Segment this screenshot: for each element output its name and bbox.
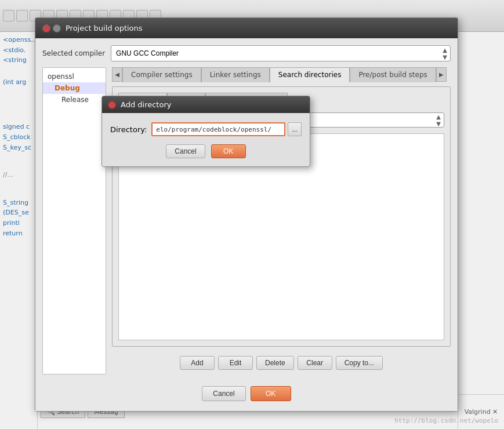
project-tree: openssl Debug Release bbox=[42, 67, 106, 375]
add-dir-close-button[interactable] bbox=[108, 101, 116, 109]
tab-compiler-settings[interactable]: Compiler settings bbox=[122, 67, 201, 82]
code-item: S_string bbox=[3, 198, 34, 208]
compiler-select[interactable]: GNU GCC Compiler bbox=[111, 45, 451, 61]
code-item: return bbox=[3, 228, 34, 239]
dialog-titlebar: Project build options bbox=[35, 18, 458, 38]
tab-search-directories[interactable]: Search directories bbox=[270, 67, 350, 82]
add-dir-ok-button[interactable]: OK bbox=[211, 144, 246, 158]
edit-button[interactable]: Edit bbox=[218, 356, 253, 370]
minimize-button[interactable] bbox=[53, 24, 61, 32]
code-item: <stdio. bbox=[3, 45, 34, 56]
code-item: <string bbox=[3, 55, 34, 66]
add-dir-label: Directory: bbox=[110, 125, 147, 134]
code-item: //... bbox=[3, 170, 34, 180]
tabs-bar: ◀ Compiler settings Linker settings Sear… bbox=[112, 67, 451, 82]
code-item: <openss... bbox=[3, 35, 34, 45]
code-item: printi bbox=[3, 218, 34, 228]
tree-item-openssl[interactable]: openssl bbox=[43, 71, 106, 82]
add-dir-input[interactable] bbox=[151, 122, 285, 136]
tab-linker-settings[interactable]: Linker settings bbox=[201, 67, 270, 82]
add-directory-dialog: Add directory Directory: ... Cancel OK bbox=[101, 96, 310, 167]
delete-button[interactable]: Delete bbox=[256, 356, 294, 370]
add-dir-titlebar: Add directory bbox=[102, 96, 310, 113]
code-item: signed c bbox=[3, 122, 34, 132]
toolbar-btn[interactable] bbox=[3, 10, 14, 21]
code-sidebar: <openss... <stdio. <string (int arg sign… bbox=[0, 0, 38, 429]
add-dir-input-wrapper: ... bbox=[151, 122, 302, 136]
code-item: S_cblock bbox=[3, 132, 34, 143]
watermark: http://blog.csdn.net/wopelo bbox=[394, 417, 498, 424]
tab-scroll-left[interactable]: ◀ bbox=[112, 67, 122, 82]
compiler-select-wrapper[interactable]: GNU GCC Compiler ▲▼ bbox=[111, 45, 451, 61]
tree-item-release[interactable]: Release bbox=[43, 94, 106, 106]
code-item: (DES_se bbox=[3, 208, 34, 218]
code-item: (int arg bbox=[3, 77, 34, 88]
tab-scroll-right[interactable]: ▶ bbox=[436, 67, 447, 82]
project-build-options-dialog: Project build options Selected compiler … bbox=[35, 17, 458, 412]
cancel-button[interactable]: Cancel bbox=[202, 386, 245, 401]
add-dir-field-row: Directory: ... bbox=[110, 122, 302, 136]
add-dir-cancel-button[interactable]: Cancel bbox=[166, 144, 205, 158]
add-dir-action-buttons: Cancel OK bbox=[110, 144, 302, 158]
title-buttons bbox=[42, 24, 61, 32]
compiler-label: Selected compiler bbox=[42, 49, 105, 57]
dialog-title: Project build options bbox=[66, 24, 143, 32]
close-button[interactable] bbox=[42, 24, 50, 32]
add-dir-body: Directory: ... Cancel OK bbox=[102, 113, 310, 166]
copy-to-button[interactable]: Copy to... bbox=[336, 356, 383, 370]
add-dir-browse-button[interactable]: ... bbox=[288, 122, 302, 136]
ok-button[interactable]: OK bbox=[251, 386, 291, 401]
compiler-row: Selected compiler GNU GCC Compiler ▲▼ bbox=[42, 45, 451, 61]
toolbar-btn[interactable] bbox=[16, 10, 28, 21]
right-panel bbox=[458, 0, 504, 429]
dialog-body: Selected compiler GNU GCC Compiler ▲▼ op… bbox=[35, 38, 458, 411]
code-item: S_key_sc bbox=[3, 143, 34, 153]
add-dir-title: Add directory bbox=[121, 100, 171, 109]
tree-item-debug[interactable]: Debug bbox=[43, 82, 106, 94]
action-buttons: Add Edit Delete Clear Copy to... bbox=[112, 351, 451, 375]
footer-buttons: Cancel OK bbox=[42, 380, 451, 404]
tab-prepost-build[interactable]: Pre/post build steps bbox=[350, 67, 436, 82]
add-button[interactable]: Add bbox=[180, 356, 215, 370]
clear-button[interactable]: Clear bbox=[298, 356, 332, 370]
